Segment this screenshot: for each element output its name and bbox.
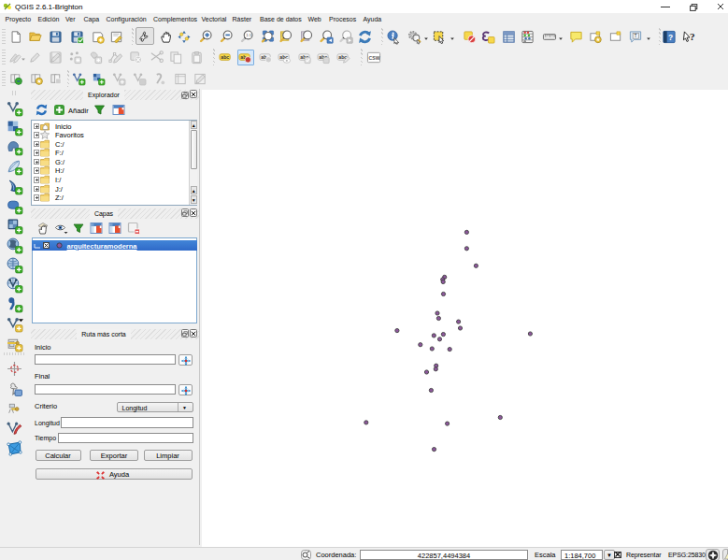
svg-text:abc: abc (221, 54, 229, 60)
svg-text:CSW: CSW (368, 54, 379, 60)
svg-text:1:1: 1:1 (246, 33, 252, 37)
svg-text:?: ? (690, 31, 695, 42)
svg-text:?: ? (668, 32, 673, 41)
